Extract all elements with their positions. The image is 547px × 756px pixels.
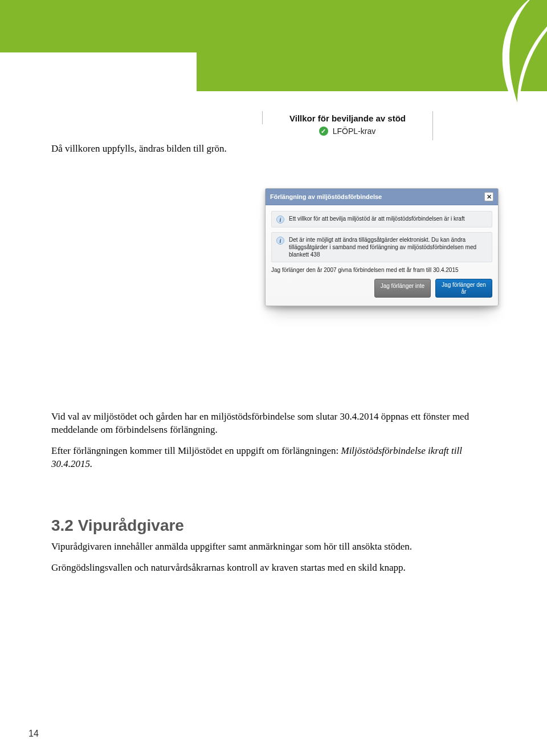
info-icon: i [276,216,284,223]
body-p4: Gröngödslingsvallen och naturvårdsåkrarn… [51,562,496,575]
dialog-info-1: i Ett villkor för att bevilja miljöstöd … [271,211,492,227]
intro-text: Då villkoren uppfylls, ändras bilden til… [51,143,239,156]
conditions-item: ✓ LFÖPL-krav [262,124,433,140]
dialog-title: Förlängning av miljöstödsförbindelse [270,193,382,200]
section-heading: 3.2 Vipurådgivare [51,517,496,535]
dialog-screenshot: Förlängning av miljöstödsförbindelse ✕ i… [265,188,499,306]
btn-extend[interactable]: Jag förlänger den år [435,279,492,298]
body-p2: Efter förlängningen kommer till Miljöstö… [51,445,496,471]
dialog-subtext: Jag förlänger den år 2007 givna förbinde… [271,267,492,273]
btn-not-extend[interactable]: Jag förlänger inte [374,279,431,298]
dialog-info-1-text: Ett villkor för att bevilja miljöstöd är… [289,215,464,223]
info-icon: i [276,237,284,245]
page-number: 14 [28,729,39,739]
body-p3: Vipurådgivaren innehåller anmälda uppgif… [51,540,496,554]
dialog-info-2-text: Det är inte möjligt att ändra tilläggsåt… [289,236,487,258]
close-icon[interactable]: ✕ [484,192,493,201]
conditions-item-label: LFÖPL-krav [333,127,375,136]
dialog-titlebar: Förlängning av miljöstödsförbindelse ✕ [266,189,498,205]
dialog-info-2: i Det är inte möjligt att ändra tilläggs… [271,232,492,262]
body-p1: Vid val av miljöstödet och gården har en… [51,410,496,437]
leaf-decoration [467,0,547,128]
header-white-inset [0,52,197,92]
check-icon: ✓ [319,127,328,136]
body-p2a: Efter förlängningen kommer till Miljöstö… [51,445,341,456]
conditions-snippet: Villkor för beviljande av stöd ✓ LFÖPL-k… [262,111,433,140]
conditions-title: Villkor för beviljande av stöd [262,111,433,124]
